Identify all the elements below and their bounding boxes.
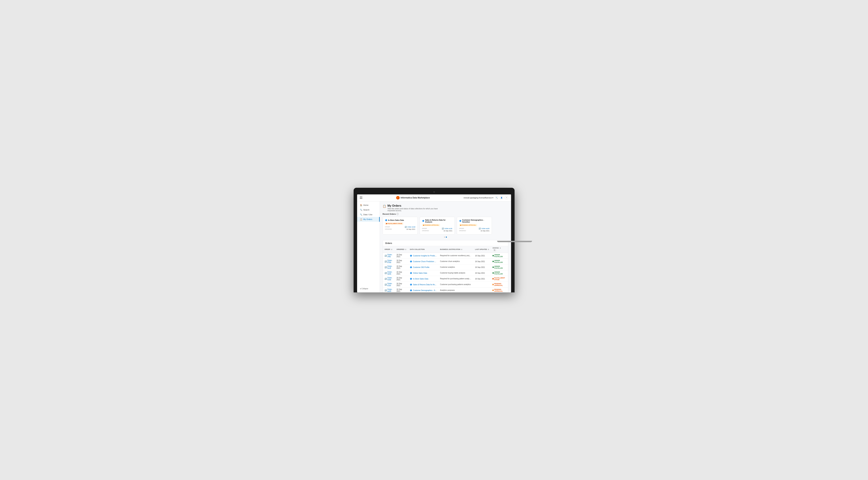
order-icon-3: 🔄: [479, 228, 480, 230]
sidebar-item-data-i-use[interactable]: 🔍 Data I Use: [357, 212, 380, 217]
cell-bj-1: Customer churn analytics: [438, 259, 473, 264]
data-col-icon-0: 🔷: [410, 254, 412, 257]
cell-ordered-5: 16 Sep 2021: [395, 282, 408, 288]
dot-2[interactable]: [446, 237, 447, 238]
help-icon-btn[interactable]: ?: [505, 196, 508, 200]
order-link-2[interactable]: 🔄 Order-5cc8: [384, 265, 393, 269]
laptop-screen: I Informatica Data Marketplace mmodi-qas…: [357, 194, 511, 292]
order-link-5[interactable]: 🔄 Order-e1dc: [384, 282, 393, 287]
table-row: 🔄 Order-e1dc 16 Sep 2021 🔷 Sales & Retur…: [383, 282, 508, 288]
col-business-justification[interactable]: BUSINESS JUSTIFICATION: [438, 246, 473, 253]
cell-bj-3: Customer buying habits analysis: [438, 270, 473, 276]
dot-1[interactable]: [444, 237, 445, 238]
col-order[interactable]: ORDER: [383, 246, 395, 253]
cell-status-0: ORDER FULFILLED: [491, 253, 508, 259]
carousel-dots: [383, 237, 508, 238]
badge-icon-2: [423, 225, 424, 226]
ordered-value-3: 16 Sep 2021: [480, 230, 489, 232]
cell-updated-6: [473, 288, 491, 292]
cell-datacol-1: 🔷 Customer Churn Prediction ...: [408, 259, 438, 264]
card-row-order-3: ORDER 🔄 Order-ea30: [459, 228, 490, 230]
page-header-icon: 📋: [383, 205, 386, 208]
cell-ordered-0: 16 Sep 2021: [395, 253, 408, 259]
datacol-link-6[interactable]: 🔷 Customer Demographics - S...: [410, 289, 437, 292]
order-value-2[interactable]: 🔄 Order-e1dc: [442, 228, 453, 230]
datacol-link-2[interactable]: 🔷 Customer 360 Profile: [410, 266, 437, 268]
cell-ordered-4: 16 Sep 2021: [395, 276, 408, 282]
info-icon[interactable]: i: [397, 213, 399, 215]
user-icon-btn[interactable]: 👤: [500, 196, 503, 200]
datacol-link-4[interactable]: 🔷 In-Store Sales Data: [410, 278, 437, 280]
page-header: 📋 My Orders View the orders and status o…: [383, 204, 508, 212]
datacol-link-5[interactable]: 🔷 Sales & Returns Data for An...: [410, 283, 437, 286]
datacol-link-3[interactable]: 🔷 Online Sales Data: [410, 272, 437, 274]
order-link-0[interactable]: 🔄 Order-c46c: [384, 254, 393, 258]
card-row-ordered-2: ORDERED 16 Sep 2021: [422, 230, 453, 232]
chevron-down-icon: ▾: [492, 197, 493, 199]
card-data-icon-3: 🔷: [459, 220, 462, 222]
cell-bj-0: Required for customer excellency project…: [438, 253, 473, 259]
cell-datacol-3: 🔷 Online Sales Data: [408, 270, 438, 276]
sidebar-collapse[interactable]: ◂ Collapse: [357, 286, 380, 291]
cell-updated-5: [473, 282, 491, 288]
card-row-order-2: ORDER 🔄 Order-e1dc: [422, 228, 453, 230]
search-icon: 🔍: [360, 209, 362, 211]
order-row-icon-3: 🔄: [384, 272, 387, 274]
sidebar-item-my-orders[interactable]: 📋 My Orders: [357, 217, 380, 222]
refresh-status-icon[interactable]: ↻: [493, 249, 496, 252]
cell-updated-0: 16 Sep 2021: [473, 253, 491, 259]
order-icon-1: 🔄: [405, 226, 407, 228]
order-link-6[interactable]: 🔄 Order-ea30: [384, 289, 393, 292]
data-col-icon-4: 🔷: [410, 278, 412, 280]
ordered-label-3: ORDERED: [459, 230, 466, 232]
table-row: 🔄 Order-5cc8 16 Sep 2021 🔷 Customer 360 …: [383, 264, 508, 270]
datacol-link-1[interactable]: 🔷 Customer Churn Prediction ...: [410, 260, 437, 263]
top-nav-right: mmodi-qastaging-fromselfservice ▾ 🔍 👤 ?: [463, 196, 508, 200]
sidebar-label-search: Search: [363, 209, 370, 211]
user-menu[interactable]: mmodi-qastaging-fromselfservice ▾: [463, 197, 493, 199]
sidebar-label-home: Home: [363, 204, 369, 206]
table-row: 🔄 Order-c46c 16 Sep 2021 🔷 Customer Insi…: [383, 253, 508, 259]
cell-status-6: PENDING APPROVAL: [491, 288, 508, 292]
card-badge-1: FULFILLMENT STAGE: [385, 222, 403, 225]
cell-order-0: 🔄 Order-c46c: [383, 253, 395, 259]
order-card-1: 🔷 In-Store Sales Data FULFILLMENT STAGE …: [383, 217, 417, 235]
collapse-chevron-icon: ◂: [360, 288, 361, 290]
cell-order-5: 🔄 Order-e1dc: [383, 282, 395, 288]
sidebar-item-search[interactable]: 🔍 Search: [357, 208, 380, 212]
top-nav-left: [360, 197, 362, 199]
order-link-3[interactable]: 🔄 Order-3a4b: [384, 271, 393, 275]
app-container: I Informatica Data Marketplace mmodi-qas…: [357, 194, 511, 292]
cell-datacol-2: 🔷 Customer 360 Profile: [408, 264, 438, 270]
card-row-order-1: ORDER 🔄 Order-4c9d: [385, 226, 415, 228]
search-icon-btn[interactable]: 🔍: [495, 196, 498, 200]
card-row-ordered-1: ORDERED 16 Sep 2021: [385, 228, 415, 230]
order-link-1[interactable]: 🔄 Order-87bb: [384, 260, 393, 263]
badge-icon-3: [460, 225, 461, 226]
datacol-link-0[interactable]: 🔷 Customer Insights for Predic...: [410, 254, 437, 257]
col-status[interactable]: STATUS ↻: [491, 246, 508, 253]
sidebar: 🏠 Home 🔍 Search 🔍 Data I Use 📋: [357, 202, 380, 292]
ordered-value-2: 16 Sep 2021: [443, 230, 452, 232]
ordered-label-2: ORDERED: [422, 230, 429, 232]
orders-section-title: Orders: [383, 240, 508, 246]
cell-updated-2: 16 Sep 2021: [473, 264, 491, 270]
content-area: 📋 My Orders View the orders and status o…: [380, 202, 511, 292]
username-label: mmodi-qastaging-fromselfservice: [463, 197, 492, 199]
order-label-3: ORDER: [459, 228, 464, 230]
order-row-icon-5: 🔄: [384, 284, 387, 286]
grid-icon[interactable]: [360, 197, 362, 199]
recent-orders-section: Recent Orders i 🔷 In-Store Sales Data: [383, 213, 508, 238]
ordered-label-1: ORDERED: [385, 228, 392, 230]
sort-icon-bj: [461, 249, 462, 250]
order-value-1[interactable]: 🔄 Order-4c9d: [405, 226, 415, 228]
order-value-3[interactable]: 🔄 Order-ea30: [479, 228, 489, 230]
table-row: 🔄 Order-ea30 16 Sep 2021 🔷 Customer Demo…: [383, 288, 508, 292]
cell-datacol-0: 🔷 Customer Insights for Predic...: [408, 253, 438, 259]
table-row: 🔄 Order-3a4b 16 Sep 2021 🔷 Online Sales …: [383, 270, 508, 276]
order-link-4[interactable]: 🔄 Order-4c9d: [384, 277, 393, 281]
cell-updated-3: 16 Sep 2021: [473, 270, 491, 276]
col-last-updated[interactable]: LAST UPDATED: [473, 246, 491, 253]
col-ordered[interactable]: ORDERED: [395, 246, 408, 253]
sidebar-item-home[interactable]: 🏠 Home: [357, 203, 380, 208]
